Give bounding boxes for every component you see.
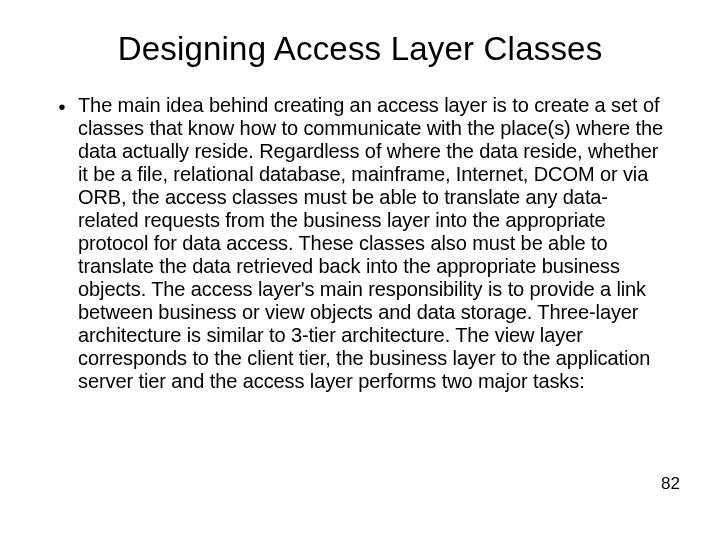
bullet-item: • The main idea behind creating an acces… — [56, 94, 664, 393]
body-text: The main idea behind creating an access … — [78, 94, 664, 393]
body-area: • The main idea behind creating an acces… — [44, 94, 676, 393]
bullet-glyph: • — [56, 95, 68, 119]
slide: Designing Access Layer Classes • The mai… — [0, 0, 720, 540]
slide-title: Designing Access Layer Classes — [44, 30, 676, 68]
page-number: 82 — [661, 474, 680, 494]
